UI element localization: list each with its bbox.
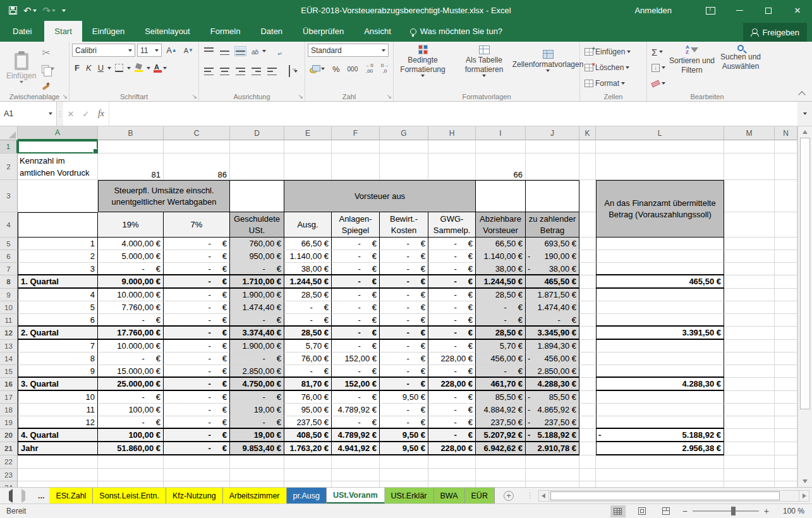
cell-A19[interactable]: 12: [18, 416, 98, 429]
cell-B8[interactable]: 9.000,00 €: [98, 275, 164, 289]
page-layout-view-button[interactable]: [634, 505, 650, 517]
cell-L8[interactable]: 465,50 €: [596, 275, 724, 289]
cell-H19[interactable]: - €: [428, 416, 476, 429]
cell-M12[interactable]: [724, 327, 775, 340]
cell-L13[interactable]: [596, 340, 724, 352]
cell-H9[interactable]: - €: [428, 289, 476, 301]
row-header-3[interactable]: 3: [0, 180, 18, 212]
cell-B12[interactable]: 17.760,00 €: [98, 327, 164, 340]
find-select-button[interactable]: Suchen und Auswählen: [717, 44, 765, 73]
cell-F1[interactable]: [332, 140, 380, 154]
cell-H22[interactable]: [428, 455, 476, 469]
cell-J4[interactable]: zu zahlender Betrag: [526, 212, 579, 238]
cell-F11[interactable]: - €: [332, 314, 380, 327]
cell-A24[interactable]: [18, 481, 98, 487]
cell-A7[interactable]: 3: [18, 263, 98, 275]
cell-H16[interactable]: 228,00 €: [428, 378, 476, 391]
cell-B5[interactable]: 4.000,00 €: [98, 238, 164, 250]
cell-L10[interactable]: [596, 301, 724, 314]
cell-F12[interactable]: - €: [332, 327, 380, 340]
cell-K7[interactable]: [579, 263, 596, 275]
sheet-tab-sonst.leist.entn.[interactable]: Sonst.Leist.Entn.: [93, 488, 166, 503]
cell-E13[interactable]: 5,70 €: [284, 340, 332, 352]
cell-L11[interactable]: [596, 314, 724, 327]
row-header-7[interactable]: 7: [0, 263, 18, 275]
cell-A6[interactable]: 2: [18, 250, 98, 263]
cell-D14[interactable]: - €: [230, 352, 284, 365]
scroll-left-button[interactable]: [538, 490, 549, 502]
cell-A13[interactable]: 7: [18, 340, 98, 352]
maximize-button[interactable]: [754, 0, 783, 21]
cell-L6[interactable]: [596, 250, 724, 263]
row-header-18[interactable]: 18: [0, 404, 18, 416]
cell-F13[interactable]: - €: [332, 340, 380, 352]
cell-H5[interactable]: - €: [428, 238, 476, 250]
cell-B6[interactable]: 5.000,00 €: [98, 250, 164, 263]
cell-D24[interactable]: [230, 481, 284, 487]
cell-L24[interactable]: [596, 481, 724, 487]
increase-decimal-button[interactable]: ←0,00: [363, 62, 375, 76]
share-button[interactable]: Freigeben: [743, 23, 807, 42]
cell-E7[interactable]: 38,00 €: [284, 263, 332, 275]
cell-J12[interactable]: 3.345,90 €: [526, 327, 579, 340]
row-header-17[interactable]: 17: [0, 391, 18, 404]
cell-H17[interactable]: - €: [428, 391, 476, 404]
cell-J14[interactable]: -456,00 €: [526, 352, 579, 365]
cell-J21[interactable]: 2.910,78 €: [526, 442, 579, 455]
column-header-I[interactable]: I: [476, 126, 526, 140]
row-header-21[interactable]: 21: [0, 442, 18, 455]
cell-M7[interactable]: [724, 263, 775, 275]
row-header-6[interactable]: 6: [0, 250, 18, 263]
cell-C19[interactable]: - €: [164, 416, 230, 429]
zoom-slider-thumb[interactable]: [731, 507, 736, 515]
cell-D16[interactable]: 4.750,00 €: [230, 378, 284, 391]
cell-J24[interactable]: [526, 481, 579, 487]
cell-I20[interactable]: 5.207,92 €: [476, 429, 526, 442]
cell-M1[interactable]: [724, 140, 775, 154]
zoom-slider[interactable]: [693, 510, 759, 512]
cell-G21[interactable]: 9,50 €: [380, 442, 428, 455]
cell-I6[interactable]: 1.140,00 €: [476, 250, 526, 263]
cell-D11[interactable]: - €: [230, 314, 284, 327]
cell-C22[interactable]: [164, 455, 230, 469]
new-sheet-button[interactable]: +: [504, 488, 514, 503]
cell-C12[interactable]: - €: [164, 327, 230, 340]
percent-style-button[interactable]: %: [330, 62, 342, 76]
row-header-2[interactable]: 2: [0, 154, 18, 180]
insert-cells-button[interactable]: +Einfügen: [583, 45, 644, 59]
column-header-B[interactable]: B: [98, 126, 164, 140]
cell-J11[interactable]: - €: [526, 314, 579, 327]
cell-L18[interactable]: [596, 404, 724, 416]
cell-D13[interactable]: 1.900,00 €: [230, 340, 284, 352]
cell-E21[interactable]: 1.763,20 €: [284, 442, 332, 455]
decrease-decimal-button[interactable]: 0→,0: [379, 62, 391, 76]
cell-E23[interactable]: [284, 469, 332, 481]
cell-J5[interactable]: 693,50 €: [526, 238, 579, 250]
cell-F18[interactable]: 4.789,92 €: [332, 404, 380, 416]
cell-A3[interactable]: [18, 180, 98, 212]
cell-E5[interactable]: 66,50 €: [284, 238, 332, 250]
cell-K22[interactable]: [579, 455, 596, 469]
cell-G15[interactable]: - €: [380, 365, 428, 378]
cell-F10[interactable]: - €: [332, 301, 380, 314]
row-header-10[interactable]: 10: [0, 301, 18, 314]
cell-K9[interactable]: [579, 289, 596, 301]
minimize-button[interactable]: [725, 0, 754, 21]
shrink-font-button[interactable]: A▼: [181, 44, 196, 57]
fill-button[interactable]: ↓: [650, 61, 667, 75]
cell-F2[interactable]: [332, 154, 380, 180]
cell-K8[interactable]: [579, 275, 596, 289]
cell-L12[interactable]: 3.391,50 €: [596, 327, 724, 340]
cell-I17[interactable]: 85,50 €: [476, 391, 526, 404]
cell-I8[interactable]: 1.244,50 €: [476, 275, 526, 289]
cell-H6[interactable]: - €: [428, 250, 476, 263]
cell-A21[interactable]: Jahr: [18, 442, 98, 455]
vertical-scrollbar[interactable]: [797, 126, 812, 487]
cell-G22[interactable]: [380, 455, 428, 469]
cell-F23[interactable]: [332, 469, 380, 481]
cell-L7[interactable]: [596, 263, 724, 275]
cell-J7[interactable]: -38,00 €: [526, 263, 579, 275]
cell-B10[interactable]: 7.760,00 €: [98, 301, 164, 314]
cell-M9[interactable]: [724, 289, 775, 301]
cell-A12[interactable]: 2. Quartal: [18, 327, 98, 340]
